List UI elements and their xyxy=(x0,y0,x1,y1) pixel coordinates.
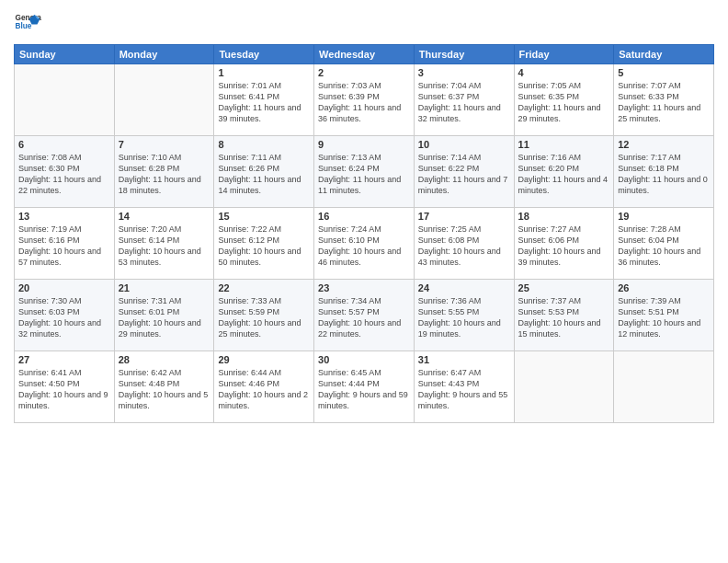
day-number: 10 xyxy=(418,139,510,150)
weekday-header-wednesday: Wednesday xyxy=(314,45,415,64)
day-number: 28 xyxy=(119,354,210,365)
cell-content: Sunrise: 7:10 AM Sunset: 6:28 PM Dayligh… xyxy=(119,152,210,197)
cell-content: Sunrise: 7:17 AM Sunset: 6:18 PM Dayligh… xyxy=(618,152,710,197)
day-number: 21 xyxy=(119,282,210,293)
cell-content: Sunrise: 7:20 AM Sunset: 6:14 PM Dayligh… xyxy=(119,224,210,269)
day-number: 15 xyxy=(218,211,310,222)
cell-content: Sunrise: 7:37 AM Sunset: 5:53 PM Dayligh… xyxy=(518,295,610,340)
day-number: 6 xyxy=(18,139,110,150)
cell-content: Sunrise: 7:13 AM Sunset: 6:24 PM Dayligh… xyxy=(318,152,410,197)
day-number: 5 xyxy=(618,67,710,78)
calendar-cell: 12Sunrise: 7:17 AM Sunset: 6:18 PM Dayli… xyxy=(614,136,714,208)
weekday-header-sunday: Sunday xyxy=(15,45,115,64)
cell-content: Sunrise: 6:42 AM Sunset: 4:48 PM Dayligh… xyxy=(119,367,210,412)
cell-content: Sunrise: 7:30 AM Sunset: 6:03 PM Dayligh… xyxy=(18,295,110,340)
cell-content: Sunrise: 7:31 AM Sunset: 6:01 PM Dayligh… xyxy=(119,295,210,340)
day-number: 18 xyxy=(518,211,610,222)
calendar-cell: 19Sunrise: 7:28 AM Sunset: 6:04 PM Dayli… xyxy=(614,208,714,280)
calendar-cell xyxy=(15,64,115,136)
day-number: 27 xyxy=(18,354,110,365)
calendar-cell: 21Sunrise: 7:31 AM Sunset: 6:01 PM Dayli… xyxy=(114,280,214,351)
day-number: 12 xyxy=(618,139,710,150)
cell-content: Sunrise: 7:03 AM Sunset: 6:39 PM Dayligh… xyxy=(318,80,410,125)
cell-content: Sunrise: 7:01 AM Sunset: 6:41 PM Dayligh… xyxy=(218,80,310,125)
day-number: 1 xyxy=(218,67,310,78)
cell-content: Sunrise: 7:14 AM Sunset: 6:22 PM Dayligh… xyxy=(418,152,510,197)
day-number: 22 xyxy=(218,282,310,293)
day-number: 3 xyxy=(418,67,510,78)
logo: General Blue xyxy=(14,9,45,37)
cell-content: Sunrise: 7:33 AM Sunset: 5:59 PM Dayligh… xyxy=(218,295,310,340)
cell-content: Sunrise: 6:44 AM Sunset: 4:46 PM Dayligh… xyxy=(218,367,310,412)
day-number: 7 xyxy=(119,139,210,150)
cell-content: Sunrise: 7:24 AM Sunset: 6:10 PM Dayligh… xyxy=(318,224,410,269)
day-number: 9 xyxy=(318,139,410,150)
cell-content: Sunrise: 7:28 AM Sunset: 6:04 PM Dayligh… xyxy=(618,224,710,269)
day-number: 2 xyxy=(318,67,410,78)
calendar-cell xyxy=(114,64,214,136)
cell-content: Sunrise: 6:45 AM Sunset: 4:44 PM Dayligh… xyxy=(318,367,410,412)
day-number: 8 xyxy=(218,139,310,150)
calendar-cell: 3Sunrise: 7:04 AM Sunset: 6:37 PM Daylig… xyxy=(414,64,514,136)
calendar-cell: 20Sunrise: 7:30 AM Sunset: 6:03 PM Dayli… xyxy=(15,280,115,351)
calendar-cell: 23Sunrise: 7:34 AM Sunset: 5:57 PM Dayli… xyxy=(314,280,415,351)
cell-content: Sunrise: 7:39 AM Sunset: 5:51 PM Dayligh… xyxy=(618,295,710,340)
cell-content: Sunrise: 7:04 AM Sunset: 6:37 PM Dayligh… xyxy=(418,80,510,125)
calendar-cell: 9Sunrise: 7:13 AM Sunset: 6:24 PM Daylig… xyxy=(314,136,415,208)
calendar-cell: 13Sunrise: 7:19 AM Sunset: 6:16 PM Dayli… xyxy=(15,208,115,280)
day-number: 11 xyxy=(518,139,610,150)
calendar-cell: 7Sunrise: 7:10 AM Sunset: 6:28 PM Daylig… xyxy=(114,136,214,208)
calendar-cell: 8Sunrise: 7:11 AM Sunset: 6:26 PM Daylig… xyxy=(214,136,314,208)
weekday-header-friday: Friday xyxy=(514,45,614,64)
calendar-cell: 5Sunrise: 7:07 AM Sunset: 6:33 PM Daylig… xyxy=(614,64,714,136)
cell-content: Sunrise: 7:27 AM Sunset: 6:06 PM Dayligh… xyxy=(518,224,610,269)
day-number: 19 xyxy=(618,211,710,222)
day-number: 13 xyxy=(18,211,110,222)
calendar-cell: 31Sunrise: 6:47 AM Sunset: 4:43 PM Dayli… xyxy=(414,351,514,423)
cell-content: Sunrise: 7:36 AM Sunset: 5:55 PM Dayligh… xyxy=(418,295,510,340)
calendar-week-2: 6Sunrise: 7:08 AM Sunset: 6:30 PM Daylig… xyxy=(15,136,714,208)
logo-icon: General Blue xyxy=(14,9,41,37)
day-number: 26 xyxy=(618,282,710,293)
calendar-cell: 11Sunrise: 7:16 AM Sunset: 6:20 PM Dayli… xyxy=(514,136,614,208)
calendar-cell: 15Sunrise: 7:22 AM Sunset: 6:12 PM Dayli… xyxy=(214,208,314,280)
calendar-cell: 16Sunrise: 7:24 AM Sunset: 6:10 PM Dayli… xyxy=(314,208,415,280)
calendar-week-1: 1Sunrise: 7:01 AM Sunset: 6:41 PM Daylig… xyxy=(15,64,714,136)
weekday-header-row: SundayMondayTuesdayWednesdayThursdayFrid… xyxy=(15,45,714,64)
cell-content: Sunrise: 6:47 AM Sunset: 4:43 PM Dayligh… xyxy=(418,367,510,412)
day-number: 14 xyxy=(119,211,210,222)
calendar-cell: 18Sunrise: 7:27 AM Sunset: 6:06 PM Dayli… xyxy=(514,208,614,280)
calendar-cell: 24Sunrise: 7:36 AM Sunset: 5:55 PM Dayli… xyxy=(414,280,514,351)
cell-content: Sunrise: 7:16 AM Sunset: 6:20 PM Dayligh… xyxy=(518,152,610,197)
cell-content: Sunrise: 7:07 AM Sunset: 6:33 PM Dayligh… xyxy=(618,80,710,125)
cell-content: Sunrise: 7:19 AM Sunset: 6:16 PM Dayligh… xyxy=(18,224,110,269)
cell-content: Sunrise: 7:05 AM Sunset: 6:35 PM Dayligh… xyxy=(518,80,610,125)
calendar-cell: 17Sunrise: 7:25 AM Sunset: 6:08 PM Dayli… xyxy=(414,208,514,280)
day-number: 30 xyxy=(318,354,410,365)
cell-content: Sunrise: 7:34 AM Sunset: 5:57 PM Dayligh… xyxy=(318,295,410,340)
weekday-header-thursday: Thursday xyxy=(414,45,514,64)
day-number: 17 xyxy=(418,211,510,222)
calendar-cell: 10Sunrise: 7:14 AM Sunset: 6:22 PM Dayli… xyxy=(414,136,514,208)
calendar-cell: 29Sunrise: 6:44 AM Sunset: 4:46 PM Dayli… xyxy=(214,351,314,423)
calendar-cell: 28Sunrise: 6:42 AM Sunset: 4:48 PM Dayli… xyxy=(114,351,214,423)
calendar-table: SundayMondayTuesdayWednesdayThursdayFrid… xyxy=(14,44,714,423)
calendar-week-3: 13Sunrise: 7:19 AM Sunset: 6:16 PM Dayli… xyxy=(15,208,714,280)
calendar-cell: 25Sunrise: 7:37 AM Sunset: 5:53 PM Dayli… xyxy=(514,280,614,351)
cell-content: Sunrise: 7:22 AM Sunset: 6:12 PM Dayligh… xyxy=(218,224,310,269)
day-number: 23 xyxy=(318,282,410,293)
cell-content: Sunrise: 7:25 AM Sunset: 6:08 PM Dayligh… xyxy=(418,224,510,269)
day-number: 25 xyxy=(518,282,610,293)
day-number: 4 xyxy=(518,67,610,78)
calendar-cell: 27Sunrise: 6:41 AM Sunset: 4:50 PM Dayli… xyxy=(15,351,115,423)
cell-content: Sunrise: 7:08 AM Sunset: 6:30 PM Dayligh… xyxy=(18,152,110,197)
calendar-cell: 26Sunrise: 7:39 AM Sunset: 5:51 PM Dayli… xyxy=(614,280,714,351)
calendar-cell: 30Sunrise: 6:45 AM Sunset: 4:44 PM Dayli… xyxy=(314,351,415,423)
day-number: 20 xyxy=(18,282,110,293)
cell-content: Sunrise: 6:41 AM Sunset: 4:50 PM Dayligh… xyxy=(18,367,110,412)
calendar-cell: 14Sunrise: 7:20 AM Sunset: 6:14 PM Dayli… xyxy=(114,208,214,280)
weekday-header-saturday: Saturday xyxy=(614,45,714,64)
weekday-header-monday: Monday xyxy=(114,45,214,64)
day-number: 16 xyxy=(318,211,410,222)
calendar-cell xyxy=(614,351,714,423)
